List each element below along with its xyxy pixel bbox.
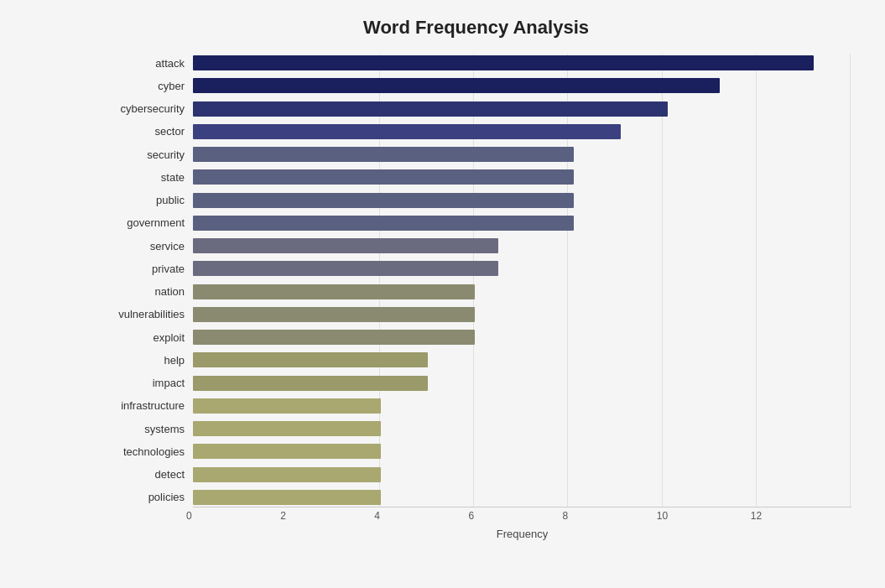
x-tick: 10 <box>657 510 668 522</box>
x-tick: 8 <box>563 510 569 522</box>
bar-label: policies <box>101 491 193 503</box>
bar-label: impact <box>101 377 193 389</box>
x-axis-line <box>193 507 851 507</box>
bars-wrapper: attackcybercybersecuritysectorsecurityst… <box>101 54 851 507</box>
bar-row: policies <box>101 488 851 507</box>
x-axis-label: Frequency <box>193 528 851 540</box>
bar <box>193 101 668 117</box>
bar <box>193 352 428 367</box>
bar-row: cybersecurity <box>101 100 851 118</box>
bar <box>193 421 381 436</box>
bar-row: impact <box>101 374 851 393</box>
bar-row: security <box>101 145 851 164</box>
chart-title: Word Frequency Analysis <box>101 17 851 39</box>
chart-container: Word Frequency Analysis attackcybercyber… <box>0 0 885 588</box>
x-tick: 6 <box>468 510 474 522</box>
bar <box>193 193 574 208</box>
bar-row: technologies <box>101 442 851 461</box>
bar-row: private <box>101 259 851 278</box>
bar-label: vulnerabilities <box>101 308 193 320</box>
x-tick: 2 <box>280 510 286 522</box>
bar-label: systems <box>101 423 193 435</box>
bar <box>193 78 720 93</box>
bar <box>193 216 574 231</box>
bar-label: private <box>101 263 193 275</box>
bar-row: systems <box>101 419 851 438</box>
bar-row: help <box>101 351 851 369</box>
bar-label: sector <box>101 125 193 138</box>
bar-label: technologies <box>101 445 193 458</box>
bar-label: government <box>101 216 193 229</box>
bar-label: infrastructure <box>101 399 193 412</box>
bar-label: cybersecurity <box>101 102 193 115</box>
bar-label: public <box>101 194 193 206</box>
bar <box>193 444 381 459</box>
bar-row: cyber <box>101 76 851 95</box>
bar-label: attack <box>101 57 193 70</box>
x-tick: 12 <box>751 510 762 522</box>
bar-label: security <box>101 148 193 161</box>
bar-row: sector <box>101 122 851 141</box>
bar <box>193 284 475 299</box>
bar <box>193 238 498 253</box>
bar-row: infrastructure <box>101 397 851 415</box>
bar-row: state <box>101 168 851 186</box>
bar <box>193 330 475 345</box>
bar-row: exploit <box>101 328 851 346</box>
bar-label: service <box>101 240 193 252</box>
bar-label: exploit <box>101 331 193 344</box>
bar-label: detect <box>101 468 193 481</box>
bar-row: government <box>101 214 851 232</box>
bar-label: state <box>101 171 193 184</box>
x-axis: 024681012 Frequency <box>193 507 851 540</box>
bar <box>193 169 574 185</box>
bar <box>193 261 498 276</box>
bar <box>193 376 428 391</box>
bar-row: attack <box>101 54 851 72</box>
bar-label: help <box>101 354 193 367</box>
bar-row: service <box>101 237 851 255</box>
x-tick: 0 <box>186 510 192 522</box>
bar <box>193 467 381 482</box>
chart-area: attackcybercybersecuritysectorsecurityst… <box>101 54 851 540</box>
bar <box>193 398 381 414</box>
x-tick: 4 <box>374 510 380 522</box>
bar <box>193 55 814 70</box>
bar-label: cyber <box>101 80 193 92</box>
bar-label: nation <box>101 285 193 298</box>
bar <box>193 147 574 162</box>
bar <box>193 490 381 505</box>
bar-row: public <box>101 191 851 210</box>
bar-row: nation <box>101 283 851 301</box>
bar-row: vulnerabilities <box>101 305 851 324</box>
bar <box>193 307 475 322</box>
bar-row: detect <box>101 466 851 484</box>
bar <box>193 124 621 139</box>
